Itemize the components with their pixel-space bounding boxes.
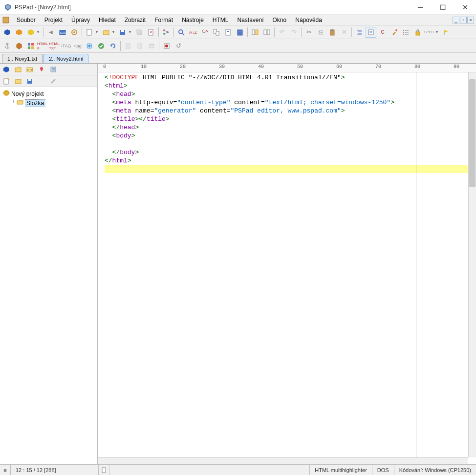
bookmark-icon[interactable] — [223, 27, 234, 38]
replace-icon[interactable] — [199, 27, 210, 38]
gear-icon[interactable] — [69, 27, 80, 38]
menu-zobrazit[interactable]: Zobrazit — [121, 16, 150, 24]
minimize-button[interactable]: ─ — [413, 2, 427, 12]
save-project-icon[interactable] — [24, 76, 35, 87]
menu-okno[interactable]: Okno — [269, 16, 291, 24]
code-editor[interactable]: <!DOCTYPE HTML PUBLIC "-//W3C//DTD HTML … — [98, 72, 476, 464]
undo-icon[interactable]: ↶ — [277, 27, 287, 38]
diff-icon[interactable] — [261, 27, 272, 38]
anchor-icon[interactable] — [2, 41, 13, 51]
search-icon[interactable] — [176, 27, 187, 38]
log-icon[interactable]: LOG — [57, 27, 68, 38]
menu-nastroje[interactable]: Nástroje — [178, 16, 208, 24]
menu-soubor[interactable]: Soubor — [13, 16, 40, 24]
tab-novy1[interactable]: 1.. Novy1.txt — [2, 54, 43, 63]
files-tab-icon[interactable] — [48, 64, 59, 75]
dropdown-icon[interactable]: ▾ — [96, 30, 100, 34]
compare-icon[interactable] — [250, 27, 260, 38]
open-project-icon[interactable] — [13, 76, 23, 87]
mdi-minimize-button[interactable]: _ — [453, 17, 459, 23]
html-hash-icon[interactable]: HTML# — [37, 41, 48, 51]
record-icon[interactable] — [161, 41, 172, 51]
menu-nastaveni[interactable]: Nastavení — [234, 16, 268, 24]
wrap-icon[interactable] — [366, 27, 376, 38]
delete-icon[interactable]: ✕ — [339, 27, 349, 38]
folder-tab-icon[interactable] — [13, 64, 23, 75]
globe-icon[interactable] — [84, 41, 95, 51]
hex-yellow-icon[interactable] — [25, 27, 36, 38]
cube-icon[interactable] — [14, 41, 24, 51]
indent-icon[interactable] — [354, 27, 365, 38]
code-line[interactable]: <body> — [105, 132, 476, 140]
tag-icon[interactable]: ‹TAG — [61, 41, 71, 51]
loop-icon[interactable]: ↺ — [173, 41, 184, 51]
save-icon[interactable] — [117, 27, 128, 38]
lock-icon[interactable] — [412, 27, 423, 38]
code-line[interactable]: <meta name="generator" content="PSPad ed… — [105, 107, 476, 115]
menu-upravy[interactable]: Úpravy — [67, 16, 94, 24]
grid-icon[interactable] — [25, 41, 36, 51]
spell-icon[interactable]: SPELL — [424, 27, 435, 38]
status-menu-icon[interactable]: ≡ — [0, 465, 11, 475]
status-highlighter[interactable]: HTML multihighlighter — [310, 465, 372, 475]
code-line[interactable]: <title></title> — [105, 115, 476, 123]
remove-icon[interactable]: − — [36, 76, 47, 87]
check-icon[interactable] — [96, 41, 107, 51]
paste-icon[interactable] — [327, 27, 338, 38]
code-line[interactable]: </body> — [105, 148, 476, 157]
code-line[interactable]: <!DOCTYPE HTML PUBLIC "-//W3C//DTD HTML … — [105, 73, 476, 82]
menu-format[interactable]: Formát — [151, 16, 177, 24]
new-file-icon[interactable] — [84, 27, 95, 38]
code-line[interactable]: <html> — [105, 82, 476, 90]
code-line[interactable]: <meta http-equiv="content-type" content=… — [105, 98, 476, 107]
tab-novy2[interactable]: 2.. Novy2.html — [43, 54, 88, 63]
back-icon[interactable]: ◄ — [45, 27, 56, 38]
brush-icon[interactable] — [389, 27, 400, 38]
find-files-icon[interactable] — [211, 27, 222, 38]
tree-icon[interactable] — [161, 27, 172, 38]
new-project-icon[interactable]: ✦ — [1, 76, 12, 87]
status-encoding[interactable]: Kódování: Windows (CP1250) — [394, 465, 476, 475]
dropdown-icon[interactable]: ▾ — [129, 30, 133, 34]
menu-napoveda[interactable]: Nápověda — [291, 16, 326, 24]
mdi-restore-button[interactable]: ▫ — [460, 17, 467, 23]
code-line[interactable]: </head> — [105, 123, 476, 132]
tree-root[interactable]: Nový projekt — [2, 89, 95, 98]
dropdown-icon[interactable]: ▾ — [37, 30, 41, 34]
doc1-icon[interactable] — [123, 41, 133, 51]
project-tab-icon[interactable] — [1, 64, 12, 75]
close-button[interactable]: ✕ — [458, 2, 472, 12]
copy-icon[interactable]: ⎘ — [315, 27, 326, 38]
code-line[interactable] — [105, 140, 476, 148]
html-txt-icon[interactable]: HTMLTXT — [49, 41, 60, 51]
project-tree[interactable]: Nový projekt └ Složka — [0, 87, 97, 464]
menu-projekt[interactable]: Projekt — [41, 16, 66, 24]
mdi-close-button[interactable]: × — [467, 17, 474, 23]
horizontal-scrollbar[interactable] — [98, 457, 468, 464]
tree-folder[interactable]: └ Složka — [11, 98, 95, 108]
status-lineend[interactable]: DOS — [372, 465, 394, 475]
code-line[interactable]: </html> — [105, 157, 476, 165]
favorites-tab-icon[interactable] — [36, 64, 47, 75]
maximize-button[interactable]: ☐ — [436, 2, 450, 12]
open-file-icon[interactable] — [101, 27, 111, 38]
code-c-icon[interactable]: C — [377, 27, 388, 38]
refresh-blue-icon[interactable] — [108, 41, 118, 51]
menu-hledat[interactable]: Hledat — [95, 16, 120, 24]
dropdown-icon[interactable]: ▾ — [112, 30, 116, 34]
close-file-icon[interactable]: × — [146, 27, 156, 38]
ftp-tab-icon[interactable]: FTP — [24, 64, 35, 75]
save-all-icon[interactable] — [134, 27, 145, 38]
hex-orange-icon[interactable] — [14, 27, 24, 38]
book-icon[interactable] — [235, 27, 245, 38]
app-menu-icon[interactable] — [2, 16, 10, 24]
hex-blue-icon[interactable] — [2, 27, 13, 38]
doc2-icon[interactable] — [134, 41, 145, 51]
list-icon[interactable] — [401, 27, 411, 38]
redo-icon[interactable]: ↷ — [288, 27, 299, 38]
dropdown-icon[interactable]: ▾ — [436, 30, 440, 34]
tag-close-icon[interactable]: ‹tag — [72, 41, 83, 51]
status-doc-icon[interactable] — [99, 465, 109, 475]
menu-html[interactable]: HTML — [209, 16, 233, 24]
vertical-scrollbar[interactable] — [468, 72, 476, 457]
